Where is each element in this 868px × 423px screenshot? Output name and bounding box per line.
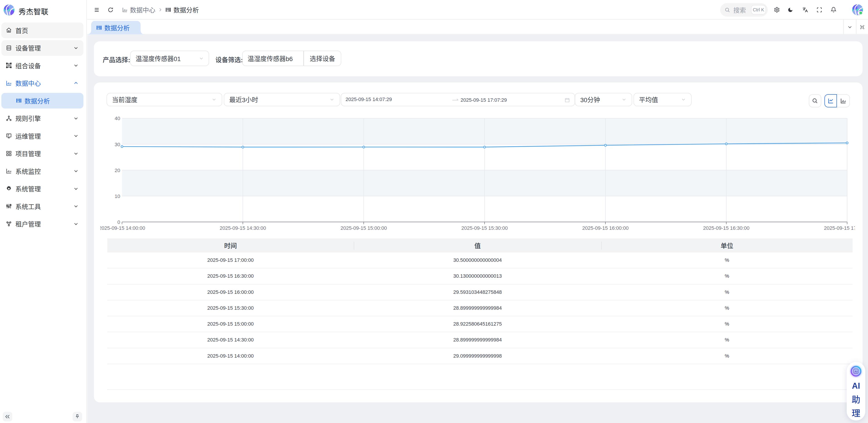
svg-text:2025-09-15 16:30:00: 2025-09-15 16:30:00 xyxy=(703,225,749,231)
svg-text:2025-09-15 14:30:00: 2025-09-15 14:30:00 xyxy=(220,225,266,231)
svg-text:0: 0 xyxy=(118,219,120,225)
svg-text:2025-09-15 15:30:00: 2025-09-15 15:30:00 xyxy=(461,225,508,231)
svg-text:2025-09-15 17:00:00: 2025-09-15 17:00:00 xyxy=(824,225,855,231)
svg-text:AI: AI xyxy=(855,370,858,373)
svg-text:10: 10 xyxy=(115,193,120,199)
svg-text:2025-09-15 15:00:00: 2025-09-15 15:00:00 xyxy=(341,225,387,231)
svg-text:2025-09-15 16:00:00: 2025-09-15 16:00:00 xyxy=(582,225,628,231)
svg-text:20: 20 xyxy=(115,168,120,173)
svg-text:2025-09-15 14:00:00: 2025-09-15 14:00:00 xyxy=(100,225,145,231)
svg-text:30: 30 xyxy=(115,142,120,147)
svg-text:40: 40 xyxy=(115,116,120,121)
